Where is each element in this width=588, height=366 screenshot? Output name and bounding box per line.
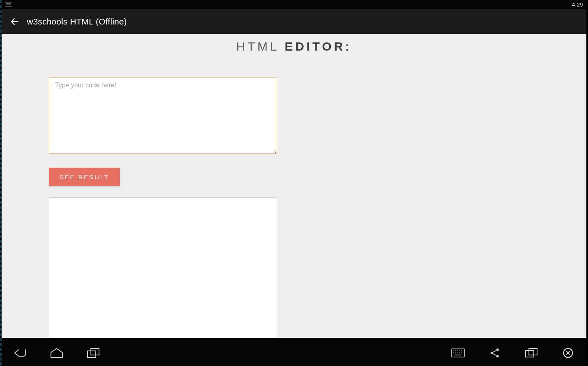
back-button[interactable] (8, 15, 21, 28)
status-bar: 4:29 (2, 0, 586, 9)
svg-point-17 (496, 355, 499, 357)
status-clock: 4:29 (572, 2, 583, 8)
app-title: w3schools HTML (Offline) (27, 17, 127, 27)
screenshot-icon (525, 348, 537, 358)
see-result-button[interactable]: SEE RESULT (49, 168, 120, 186)
nav-back-icon (13, 347, 27, 359)
close-circle-icon (562, 347, 574, 359)
nav-right-group (449, 344, 577, 362)
nav-left-group (11, 344, 102, 362)
nav-share-button[interactable] (486, 344, 503, 362)
keyboard-icon (451, 348, 465, 357)
svg-rect-2 (91, 348, 99, 355)
nav-close-button[interactable] (559, 344, 577, 362)
status-left (5, 2, 12, 7)
nav-home-button[interactable] (48, 344, 65, 362)
keyboard-active-icon (5, 2, 12, 7)
app-bar: w3schools HTML (Offline) (2, 9, 586, 34)
editor-column: SEE RESULT (49, 77, 277, 338)
arrow-left-icon (10, 17, 20, 27)
code-input[interactable] (49, 77, 277, 154)
nav-screenshot-button[interactable] (523, 344, 540, 362)
svg-rect-18 (526, 350, 534, 357)
nav-home-icon (50, 348, 64, 358)
heading-light: HTML (236, 40, 285, 53)
page-heading: HTML EDITOR: (2, 40, 586, 53)
content-area: HTML EDITOR: SEE RESULT (2, 34, 586, 338)
result-preview-frame (49, 197, 277, 338)
share-icon (489, 348, 500, 358)
svg-point-15 (496, 348, 499, 351)
system-nav-bar (2, 339, 586, 366)
heading-bold: EDITOR: (285, 40, 352, 53)
nav-recent-icon (87, 348, 100, 358)
nav-back-button[interactable] (11, 344, 29, 362)
nav-keyboard-button[interactable] (449, 344, 467, 362)
svg-rect-19 (529, 348, 537, 355)
svg-rect-1 (88, 351, 96, 357)
svg-point-16 (491, 352, 493, 354)
device-frame: 4:29 w3schools HTML (Offline) HTML EDITO… (0, 0, 588, 366)
nav-recent-button[interactable] (85, 344, 102, 362)
